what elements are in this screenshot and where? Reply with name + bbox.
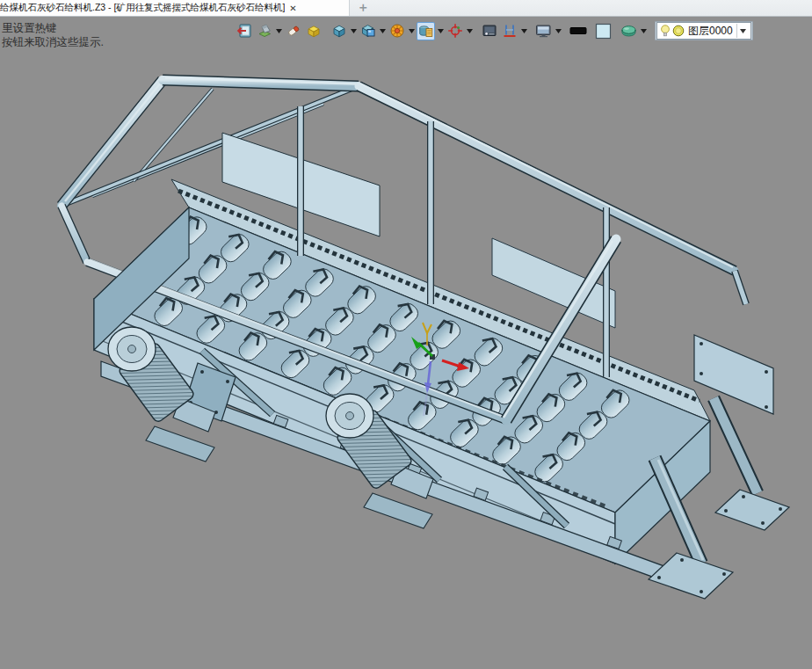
face-color-swatch[interactable] [594, 22, 613, 40]
eraser-icon[interactable] [284, 22, 302, 40]
line-color-swatch[interactable] [569, 22, 587, 40]
hint-text: 里设置热键 按钮来取消这些提示. [2, 21, 104, 49]
material-view-dropdown-icon[interactable] [436, 22, 445, 40]
green-disc-dropdown-icon[interactable] [639, 22, 648, 40]
point-target-icon[interactable] [446, 22, 464, 40]
section-view-dropdown-icon[interactable] [519, 22, 528, 40]
sheet-orient-icon[interactable] [255, 22, 273, 40]
hint-line-1: 里设置热键 [2, 21, 104, 35]
monitor-icon[interactable] [534, 22, 553, 40]
yellow-box-icon[interactable] [304, 22, 323, 40]
layer-selector-panel: 图层0000 [655, 21, 753, 40]
green-disc-icon[interactable] [620, 22, 638, 40]
cad-model-canvas[interactable] [0, 17, 812, 669]
shaded-cube-dropdown-icon[interactable] [349, 22, 358, 40]
layer-name-label: 图层0000 [686, 24, 735, 39]
sheet-orient-dropdown-icon[interactable] [274, 22, 283, 40]
exit-icon[interactable] [235, 22, 253, 40]
layer-dropdown-icon[interactable] [736, 24, 749, 38]
tab-close-icon[interactable]: ✕ [289, 4, 296, 13]
3d-viewport[interactable]: 里设置热键 按钮来取消这些提示. [0, 17, 812, 669]
document-tab[interactable]: 给煤机石灰砂石给料机.Z3 - [矿用往复式摇摆式给煤机石灰砂石给料机] ✕ [0, 0, 350, 16]
display-mode-dropdown-icon[interactable] [378, 22, 387, 40]
hint-line-2: 按钮来取消这些提示. [2, 35, 104, 49]
new-tab-button[interactable]: ＋ [350, 0, 376, 16]
bulb-icon [660, 25, 671, 38]
monitor-dropdown-icon[interactable] [554, 22, 562, 40]
display-mode-cube-icon[interactable] [359, 22, 377, 40]
view-toolbar: 图层0000 [234, 19, 753, 42]
layer-selector[interactable]: 图层0000 [656, 22, 751, 40]
material-view-icon[interactable] [417, 22, 435, 40]
shaded-cube-icon[interactable] [330, 22, 348, 40]
document-tab-bar: 给煤机石灰砂石给料机.Z3 - [矿用往复式摇摆式给煤机石灰砂石给料机] ✕ ＋ [0, 0, 812, 17]
section-view-icon[interactable] [500, 22, 518, 40]
render-wheel-icon[interactable] [388, 22, 406, 40]
render-wheel-dropdown-icon[interactable] [407, 22, 416, 40]
document-tab-title: 给煤机石灰砂石给料机.Z3 - [矿用往复式摇摆式给煤机石灰砂石给料机] [0, 2, 285, 14]
layer-color-icon [672, 25, 685, 37]
point-target-dropdown-icon[interactable] [465, 22, 474, 40]
machine-model[interactable] [62, 78, 789, 600]
small-screen-icon[interactable] [480, 22, 498, 40]
